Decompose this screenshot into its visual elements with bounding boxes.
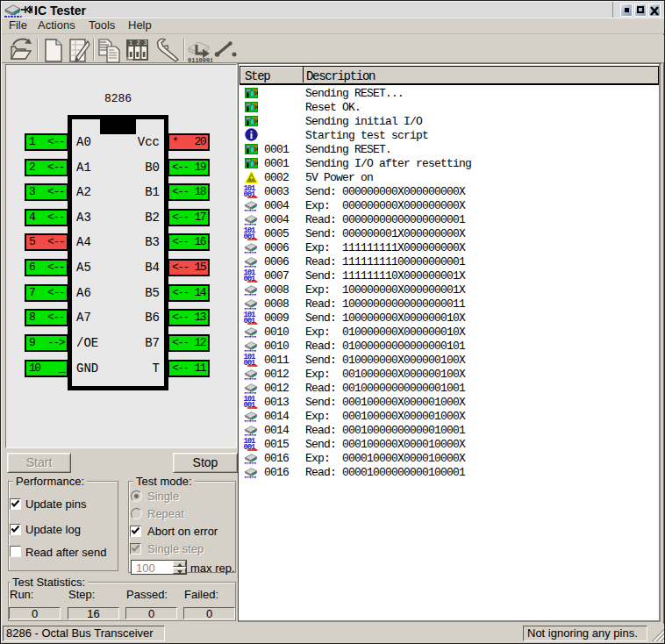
svg-text:00: 00 <box>126 56 133 62</box>
svg-text:0110001: 0110001 <box>188 57 212 63</box>
svg-text:1 2 3: 1 2 3 <box>129 39 147 47</box>
